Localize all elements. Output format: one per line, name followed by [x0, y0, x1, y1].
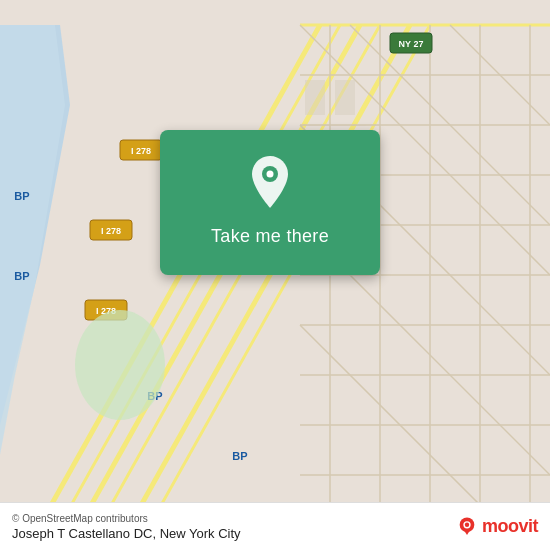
take-me-there-button[interactable]: Take me there [203, 222, 337, 251]
bottom-left-content: © OpenStreetMap contributors Joseph T Ca… [12, 513, 241, 541]
svg-text:BP: BP [14, 190, 29, 202]
svg-text:BP: BP [232, 450, 247, 462]
svg-text:I 278: I 278 [131, 146, 151, 156]
location-icon-wrapper [246, 154, 294, 210]
map-background: I 278 I 278 I 278 NY 27 BP BP BP BP [0, 0, 550, 550]
location-pin-icon [246, 154, 294, 210]
svg-rect-43 [305, 80, 325, 115]
svg-text:BP: BP [14, 270, 29, 282]
moovit-brand-icon [456, 516, 478, 538]
action-card: Take me there [160, 130, 380, 275]
svg-text:I 278: I 278 [101, 226, 121, 236]
svg-point-51 [465, 522, 469, 526]
svg-text:NY 27: NY 27 [399, 39, 424, 49]
map-container: I 278 I 278 I 278 NY 27 BP BP BP BP [0, 0, 550, 550]
svg-point-47 [267, 171, 274, 178]
svg-marker-49 [463, 529, 470, 535]
svg-point-42 [75, 310, 165, 420]
osm-attribution: © OpenStreetMap contributors [12, 513, 241, 524]
moovit-logo: moovit [456, 516, 538, 538]
moovit-text: moovit [482, 516, 538, 537]
svg-rect-44 [335, 80, 355, 115]
location-label: Joseph T Castellano DC, New York City [12, 526, 241, 541]
bottom-bar: © OpenStreetMap contributors Joseph T Ca… [0, 502, 550, 550]
